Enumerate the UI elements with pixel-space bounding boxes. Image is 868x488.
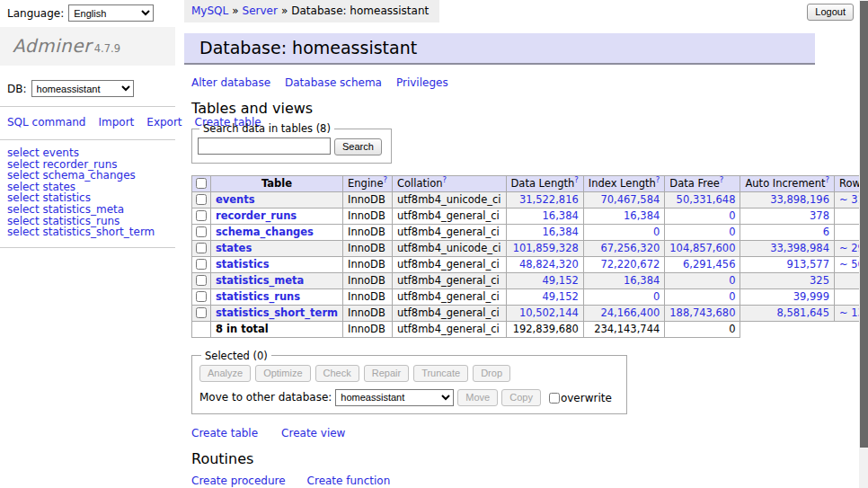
index-length-link[interactable]: 16,384 <box>589 210 660 222</box>
overwrite-checkbox[interactable] <box>549 393 560 404</box>
row-checkbox[interactable] <box>196 275 207 286</box>
sidebar-select-schema-changes[interactable]: select schema_changes <box>7 170 175 182</box>
move-row: Move to other database:homeassistantMove… <box>199 389 616 407</box>
optimize-button[interactable]: Optimize <box>255 365 310 382</box>
sidebar-action-import[interactable]: Import <box>98 116 134 129</box>
logo-link[interactable]: Adminer <box>13 35 92 57</box>
search-input[interactable] <box>198 138 331 155</box>
alter-database-link[interactable]: Alter database <box>191 76 270 89</box>
auto-increment-link[interactable]: 33,398,984 <box>745 243 829 254</box>
row-checkbox[interactable] <box>196 243 207 253</box>
search-button[interactable]: Search <box>334 138 382 155</box>
engine-cell: InnoDB <box>343 288 393 305</box>
create-function-link[interactable]: Create function <box>307 475 391 487</box>
sidebar-select-statistics-short-term[interactable]: select statistics_short_term <box>7 226 175 238</box>
data-length-link[interactable]: 10,502,144 <box>511 307 579 319</box>
table-link-states[interactable]: states <box>216 242 252 254</box>
auto-increment-link[interactable]: 913,577 <box>745 259 829 271</box>
data-length-link[interactable]: 16,384 <box>511 226 579 238</box>
auto-increment-link[interactable]: 378 <box>745 210 829 222</box>
help-icon[interactable]: ? <box>574 175 579 184</box>
auto-increment-link[interactable]: 6 <box>745 226 829 238</box>
data-free-cell: 50,331,648 <box>665 191 740 208</box>
table-link-statistics-short-term[interactable]: statistics_short_term <box>216 306 338 319</box>
row-checkbox-cell <box>192 256 211 272</box>
breadcrumb-mysql[interactable]: MySQL <box>191 4 228 17</box>
sidebar-action-sql-command[interactable]: SQL command <box>7 116 85 129</box>
index-length-link[interactable]: 24,166,400 <box>589 307 660 319</box>
auto-increment-link[interactable]: 33,898,196 <box>745 194 829 206</box>
select-all-checkbox[interactable] <box>196 178 207 189</box>
scrollbar-thumb[interactable] <box>860 1 868 448</box>
help-icon[interactable]: ? <box>383 175 387 184</box>
data-free-link[interactable]: 0 <box>669 226 735 238</box>
analyze-button[interactable]: Analyze <box>199 365 251 382</box>
row-checkbox[interactable] <box>196 259 207 270</box>
index-length-link[interactable]: 72,220,672 <box>589 259 660 271</box>
drop-button[interactable]: Drop <box>473 365 510 382</box>
language-select[interactable]: English <box>68 4 154 22</box>
data-free-link[interactable]: 6,291,456 <box>669 259 735 271</box>
index-length-link[interactable]: 0 <box>589 291 660 303</box>
data-free-link[interactable]: 188,743,680 <box>669 307 735 319</box>
data-length-cell: 49,152 <box>506 288 583 305</box>
table-name-cell: statistics_short_term <box>211 305 343 321</box>
column-header-engine: Engine? <box>343 175 393 191</box>
help-icon[interactable]: ? <box>656 175 660 184</box>
data-length-link[interactable]: 101,859,328 <box>511 243 579 254</box>
help-icon[interactable]: ? <box>825 175 829 184</box>
data-length-link[interactable]: 31,522,816 <box>511 194 579 206</box>
db-selector-row: DB:homeassistant <box>7 80 175 97</box>
help-icon[interactable]: ? <box>443 175 447 184</box>
auto-increment-link[interactable]: 8,581,645 <box>745 307 829 319</box>
index-length-link[interactable]: 70,467,584 <box>589 194 660 206</box>
sidebar-action-export[interactable]: Export <box>146 116 182 129</box>
index-length-link[interactable]: 0 <box>589 226 660 238</box>
privileges-link[interactable]: Privileges <box>396 76 448 89</box>
data-length-link[interactable]: 49,152 <box>511 275 579 287</box>
copy-button[interactable]: Copy <box>501 389 541 406</box>
table-link-statistics-meta[interactable]: statistics_meta <box>216 274 304 287</box>
data-length-link[interactable]: 16,384 <box>511 210 579 222</box>
sidebar: Adminer4.7.9 DB:homeassistant SQL comman… <box>0 27 175 248</box>
truncate-button[interactable]: Truncate <box>413 365 468 382</box>
selected-action-buttons: AnalyzeOptimizeCheckRepairTruncateDrop <box>199 365 616 382</box>
data-free-link[interactable]: 0 <box>669 210 735 222</box>
sidebar-select-events[interactable]: select events <box>7 147 175 159</box>
table-link-schema-changes[interactable]: schema_changes <box>216 226 314 238</box>
move-database-select[interactable]: homeassistant <box>335 389 454 406</box>
create-procedure-link[interactable]: Create procedure <box>191 475 286 487</box>
data-free-link[interactable]: 0 <box>669 291 735 303</box>
table-link-statistics-runs[interactable]: statistics_runs <box>216 290 300 303</box>
move-button[interactable]: Move <box>457 389 498 406</box>
row-checkbox-cell <box>192 272 211 288</box>
row-checkbox[interactable] <box>196 291 207 302</box>
breadcrumb-server[interactable]: Server <box>243 4 278 17</box>
table-link-events[interactable]: events <box>216 193 255 206</box>
data-free-link[interactable]: 104,857,600 <box>669 243 735 254</box>
auto-increment-link[interactable]: 325 <box>745 275 829 287</box>
index-length-link[interactable]: 67,256,320 <box>589 243 660 254</box>
total-row: 8 in total InnoDB utf8mb4_general_ci 192… <box>192 321 868 337</box>
index-length-link[interactable]: 16,384 <box>589 275 660 287</box>
data-free-link[interactable]: 50,331,648 <box>669 194 735 206</box>
sidebar-select-statistics-meta[interactable]: select statistics_meta <box>7 204 175 216</box>
repair-button[interactable]: Repair <box>364 365 409 382</box>
row-checkbox[interactable] <box>196 210 207 221</box>
row-checkbox[interactable] <box>196 307 207 318</box>
data-length-link[interactable]: 48,824,320 <box>511 259 579 271</box>
data-length-link[interactable]: 49,152 <box>511 291 579 303</box>
row-checkbox[interactable] <box>196 194 207 205</box>
row-checkbox[interactable] <box>196 226 207 237</box>
auto-increment-link[interactable]: 39,999 <box>745 291 829 303</box>
data-free-link[interactable]: 0 <box>669 275 735 287</box>
create-view-link[interactable]: Create view <box>281 427 345 439</box>
table-link-recorder-runs[interactable]: recorder_runs <box>216 209 297 222</box>
database-schema-link[interactable]: Database schema <box>285 76 382 89</box>
help-icon[interactable]: ? <box>720 175 724 184</box>
check-button[interactable]: Check <box>315 365 359 382</box>
db-select[interactable]: homeassistant <box>31 80 134 97</box>
table-link-statistics[interactable]: statistics <box>216 258 270 271</box>
scrollbar[interactable] <box>859 0 868 488</box>
create-table-link[interactable]: Create table <box>191 427 258 439</box>
